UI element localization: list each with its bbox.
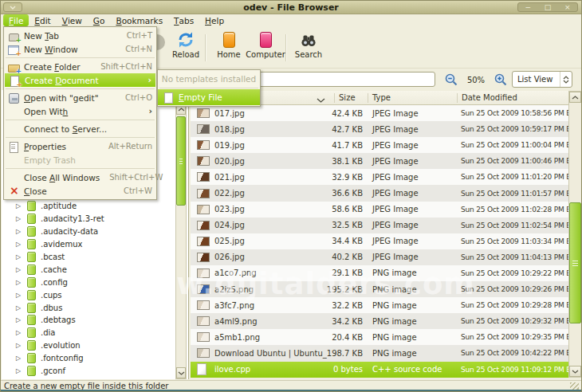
file-row[interactable]: Download Ubuntu | Ubuntu_12565...98.7 KB… <box>191 345 568 361</box>
reload-button[interactable]: Reload <box>165 30 206 65</box>
zoom-out-button[interactable] <box>444 73 458 87</box>
sidebar-folder-row[interactable]: ▷.gconf <box>2 365 174 378</box>
expander-icon[interactable]: ▷ <box>16 266 24 273</box>
search-button[interactable]: Search <box>288 30 329 65</box>
menu-item-close-all-windows[interactable]: Close All WindowsShift+Ctrl+W <box>4 171 156 184</box>
sidebar-folder-row[interactable]: ▷.fontconfig <box>2 352 174 365</box>
sidebar-folder-row[interactable]: ▷.bcast <box>2 251 174 264</box>
expander-icon[interactable]: ▷ <box>16 367 24 374</box>
scroll-up-button[interactable] <box>569 92 581 103</box>
menu-item-connect-to-server[interactable]: Connect to Server... <box>4 122 156 135</box>
maximize-button[interactable]: □ <box>545 4 552 11</box>
sidebar-folder-row[interactable]: ▷.dbus <box>2 301 174 314</box>
file-size: 34.4 KB <box>286 233 363 249</box>
file-row[interactable]: 021.jpg32.9 KBJPEG ImageSun 25 Oct 2009 … <box>191 169 568 185</box>
expander-icon[interactable]: ▷ <box>16 215 24 222</box>
computer-button[interactable]: Computer <box>245 30 286 65</box>
file-row[interactable]: a5mb1.png20.4 KBPNG imageSun 25 Oct 2009… <box>191 329 568 345</box>
file-thumbnail-icon <box>197 189 210 198</box>
sidebar-scrollbar[interactable] <box>175 103 187 379</box>
expander-icon[interactable]: ▷ <box>16 355 24 362</box>
scroll-down-button[interactable] <box>176 367 186 378</box>
menubar-item-help[interactable]: Help <box>199 14 230 26</box>
file-row[interactable]: 025.jpg34.4 KBJPEG ImageSun 25 Oct 2009 … <box>191 233 568 249</box>
sidebar-folder-row[interactable]: ▷.audacity-data <box>2 225 174 238</box>
file-row[interactable]: a4ml9.png34.2 KBPNG imageSun 25 Oct 2009… <box>191 313 568 329</box>
menu-item-new-tab[interactable]: New TabCtrl+T <box>4 29 156 42</box>
home-button[interactable]: Home <box>208 30 250 65</box>
sidebar-folder-row[interactable]: ▷.cache <box>2 263 174 276</box>
file-menu: New TabCtrl+TNew WindowCtrl+NCreate Fold… <box>3 26 157 200</box>
file-size: 32.2 KB <box>286 297 363 313</box>
scroll-thumb[interactable] <box>176 116 186 206</box>
file-row[interactable]: a1co7.png29.1 KBPNG imageSun 25 Oct 2009… <box>191 265 568 281</box>
menu-item-new-window[interactable]: New WindowCtrl+N <box>4 42 156 56</box>
scroll-thumb[interactable] <box>569 202 581 323</box>
view-mode-select[interactable]: List View <box>512 71 572 88</box>
sidebar-folder-row[interactable]: ▷.avidemux <box>2 238 174 251</box>
sidebar-folder-row[interactable]: ▷.evolution <box>2 339 174 352</box>
file-size: 29.1 KB <box>286 265 363 281</box>
menubar-item-go[interactable]: Go <box>88 14 111 26</box>
menu-item-properties[interactable]: PropertiesAlt+Return <box>4 139 156 153</box>
menubar-item-view[interactable]: View <box>57 14 88 26</box>
file-row[interactable]: 026.jpg40.2 KBJPEG ImageSun 25 Oct 2009 … <box>191 249 568 265</box>
list-scrollbar[interactable] <box>568 91 582 378</box>
expander-icon[interactable]: ▷ <box>16 279 24 286</box>
menu-item-open-with-gedit[interactable]: Open with "gedit"Ctrl+O <box>4 91 156 104</box>
menu-item-close[interactable]: CloseCtrl+W <box>4 184 156 198</box>
file-row[interactable]: 020.jpg38.1 KBJPEG ImageSun 25 Oct 2009 … <box>191 153 568 169</box>
menubar-item-file[interactable]: File <box>3 14 29 26</box>
sidebar-folder-row[interactable]: ▷.audacity1.3-ret <box>2 213 174 225</box>
expander-icon[interactable]: ▷ <box>16 316 24 323</box>
file-size: 195.2 KB <box>286 281 363 297</box>
expander-icon[interactable]: ▷ <box>16 228 24 235</box>
sidebar-folder-row[interactable]: ▷.debtags <box>2 314 174 327</box>
sidebar-folder-row[interactable]: ▷.dia <box>2 327 174 339</box>
submenu-arrow-icon: › <box>148 107 152 116</box>
folder-name: .dbus <box>41 304 62 312</box>
expander-icon[interactable]: ▷ <box>16 329 24 336</box>
column-header-type[interactable]: Type <box>372 93 391 102</box>
menu-item-create-document[interactable]: Create Document› <box>5 73 155 87</box>
expander-icon[interactable]: ▷ <box>16 253 24 261</box>
zoom-in-button[interactable] <box>494 73 508 87</box>
expander-icon[interactable]: ▷ <box>16 292 24 299</box>
file-row[interactable]: 024.jpg32.5 KBJPEG ImageSun 25 Oct 2009 … <box>191 218 568 233</box>
expander-icon[interactable]: ▷ <box>16 241 24 248</box>
folder-name: .config <box>41 278 68 287</box>
scroll-down-button[interactable] <box>569 366 581 377</box>
expander-icon[interactable]: ▷ <box>16 202 24 210</box>
close-button[interactable]: × <box>564 4 571 11</box>
column-header-size[interactable]: Size <box>339 93 356 102</box>
menu-item-create-folder[interactable]: Create FolderShift+Ctrl+N <box>4 60 156 73</box>
expander-icon[interactable]: ▷ <box>16 304 24 312</box>
file-row[interactable]: 022.jpg36.6 KBJPEG ImageSun 25 Oct 2009 … <box>191 185 568 201</box>
expander-icon[interactable]: ▷ <box>16 342 24 349</box>
menu-item-open-with[interactable]: Open With› <box>4 104 156 118</box>
file-type: JPEG Image <box>372 121 419 137</box>
file-row[interactable]: 019.jpg41.7 KBJPEG ImageSun 25 Oct 2009 … <box>191 137 568 153</box>
file-row[interactable]: a2iz5.png195.2 KBPNG imageSun 25 Oct 200… <box>191 281 568 297</box>
folder-icon <box>27 214 36 224</box>
menubar-item-tabs[interactable]: Tabs <box>168 14 199 26</box>
menubar-item-edit[interactable]: Edit <box>29 14 56 26</box>
submenu-item-empty-file[interactable]: Empty File <box>158 89 260 105</box>
file-row[interactable]: 017.jpg42.4 KBJPEG ImageSun 25 Oct 2009 … <box>191 105 568 121</box>
file-date: Sun 25 Oct 2009 11:03:34 PM EET <box>461 233 568 249</box>
file-row[interactable]: ilove.cpp0 bytesC++ source codeSun 25 Oc… <box>191 362 568 378</box>
file-row[interactable]: 023.jpg58.6 KBJPEG ImageSun 25 Oct 2009 … <box>191 202 568 218</box>
sidebar-folder-row[interactable]: ▷.aptitude <box>2 200 174 213</box>
file-row[interactable]: 018.jpg42.7 KBJPEG ImageSun 25 Oct 2009 … <box>191 121 568 137</box>
file-thumbnail-icon <box>197 221 210 230</box>
menubar-item-bookmarks[interactable]: Bookmarks <box>110 14 168 26</box>
folder-name: .audacity-data <box>41 227 98 236</box>
menu-item-label: Properties <box>24 142 66 151</box>
file-type: PNG image <box>372 313 417 329</box>
column-header-date[interactable]: Date Modified <box>462 93 517 102</box>
view-mode-value: List View <box>517 75 553 84</box>
sidebar-folder-row[interactable]: ▷.config <box>2 276 174 288</box>
file-row[interactable]: a3fc7.png32.2 KBPNG imageSun 25 Oct 2009… <box>191 297 568 313</box>
minimize-button[interactable]: − <box>525 4 531 11</box>
sidebar-folder-row[interactable]: ▷.cups <box>2 288 174 301</box>
